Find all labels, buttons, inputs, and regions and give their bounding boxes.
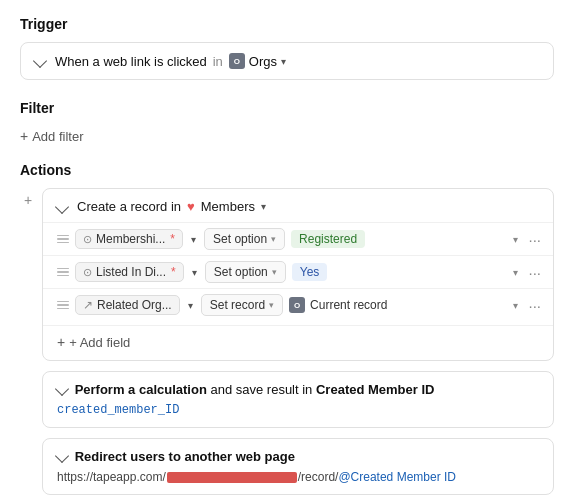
set-option-label-1: Set option: [213, 232, 267, 246]
create-record-prefix: Create a record in: [77, 199, 181, 214]
set-record-button[interactable]: Set record ▾: [201, 294, 283, 316]
row-menu-button-2[interactable]: ···: [524, 263, 545, 282]
add-action-left-button[interactable]: +: [20, 192, 36, 208]
set-option-label-2: Set option: [214, 265, 268, 279]
table-row: ↗ Related Org... ▾ Set record ▾ O Curren…: [43, 288, 553, 321]
caret-icon-2: ▾: [272, 267, 277, 277]
calc-prefix: Perform a calculation and save result in…: [75, 382, 435, 397]
field-chevron-icon-2: ▾: [192, 267, 197, 278]
add-field-row: + + Add field: [43, 325, 553, 360]
trigger-card: When a web link is clicked in O Orgs ▾: [20, 42, 554, 80]
trigger-text: When a web link is clicked: [55, 54, 207, 69]
redirect-action: Redirect users to another web page https…: [42, 438, 554, 495]
row-menu-button-3[interactable]: ···: [524, 296, 545, 315]
action-rows: ⊙ Membershi... * ▾ Set option ▾ Register…: [43, 222, 553, 325]
chevron-down-icon[interactable]: [33, 54, 47, 68]
add-filter-button[interactable]: + Add filter: [20, 126, 84, 146]
field-chevron-icon: ▾: [191, 234, 196, 245]
yes-badge: Yes: [292, 263, 328, 281]
field-chevron-icon-3: ▾: [188, 300, 193, 311]
actions-wrapper: + Create a record in ♥ Members ▾: [20, 188, 554, 500]
add-field-label: + Add field: [69, 335, 130, 350]
calc-chevron-icon[interactable]: [55, 382, 69, 396]
add-field-button[interactable]: + + Add field: [57, 332, 130, 352]
circle-icon: ⊙: [83, 233, 92, 246]
redirect-url: https://tapeapp.com/ /record/@Created Me…: [57, 470, 539, 484]
plus-icon: +: [20, 128, 28, 144]
url-redacted: [167, 472, 297, 483]
org-badge[interactable]: O Orgs ▾: [229, 53, 286, 69]
actions-left: +: [20, 188, 36, 500]
table-row: ⊙ Listed In Di... * ▾ Set option ▾ Yes ▾: [43, 255, 553, 288]
calc-header: Perform a calculation and save result in…: [57, 382, 539, 397]
drag-handle[interactable]: [57, 268, 69, 277]
value-chevron-icon-3: ▾: [513, 300, 518, 311]
current-record-text: Current record: [310, 298, 387, 312]
calculation-action: Perform a calculation and save result in…: [42, 371, 554, 428]
actions-title: Actions: [20, 162, 554, 178]
create-record-header: Create a record in ♥ Members ▾: [43, 189, 553, 222]
create-record-chevron-icon[interactable]: [55, 199, 69, 213]
url-member-id: @Created Member ID: [338, 470, 456, 484]
create-record-table[interactable]: Members: [201, 199, 255, 214]
table-chevron-icon: ▾: [261, 201, 266, 212]
filter-section: Filter + Add filter: [20, 100, 554, 146]
org-icon: O: [229, 53, 245, 69]
row-actions-2: ▾ ···: [513, 263, 545, 282]
redirect-chevron-icon[interactable]: [55, 449, 69, 463]
calc-code[interactable]: created_member_ID: [57, 403, 179, 417]
field-badge-listed[interactable]: ⊙ Listed In Di... *: [75, 262, 184, 282]
field-badge-membership[interactable]: ⊙ Membershi... *: [75, 229, 183, 249]
url-slash: /record/: [298, 470, 339, 484]
trigger-section: Trigger When a web link is clicked in O …: [20, 16, 554, 80]
required-dot-2: *: [171, 265, 176, 279]
org-name: Orgs: [249, 54, 277, 69]
url-start: https://tapeapp.com/: [57, 470, 166, 484]
field-name-membership: Membershi...: [96, 232, 165, 246]
circle-icon-2: ⊙: [83, 266, 92, 279]
create-record-action: Create a record in ♥ Members ▾ ⊙ Member: [42, 188, 554, 361]
actions-list: Create a record in ♥ Members ▾ ⊙ Member: [42, 188, 554, 500]
caret-icon-3: ▾: [269, 300, 274, 310]
set-record-label: Set record: [210, 298, 265, 312]
drag-handle[interactable]: [57, 301, 69, 310]
actions-section: Actions + Create a record in ♥ Members ▾: [20, 162, 554, 500]
drag-handle[interactable]: [57, 235, 69, 244]
plus-icon-2: +: [57, 334, 65, 350]
table-row: ⊙ Membershi... * ▾ Set option ▾ Register…: [43, 222, 553, 255]
row-menu-button-1[interactable]: ···: [524, 230, 545, 249]
set-option-button-2[interactable]: Set option ▾: [205, 261, 286, 283]
heart-icon: ♥: [187, 199, 195, 214]
value-chevron-icon-2: ▾: [513, 267, 518, 278]
field-name-listed: Listed In Di...: [96, 265, 166, 279]
caret-icon: ▾: [271, 234, 276, 244]
current-record-badge: O Current record: [289, 297, 387, 313]
trigger-header: When a web link is clicked in O Orgs ▾: [35, 53, 539, 69]
filter-title: Filter: [20, 100, 554, 116]
value-chevron-icon: ▾: [513, 234, 518, 245]
org-icon-2: O: [289, 297, 305, 313]
add-filter-label: Add filter: [32, 129, 83, 144]
registered-badge: Registered: [291, 230, 365, 248]
trigger-title: Trigger: [20, 16, 554, 32]
field-badge-related-org[interactable]: ↗ Related Org...: [75, 295, 180, 315]
row-actions-3: ▾ ···: [513, 296, 545, 315]
row-actions-1: ▾ ···: [513, 230, 545, 249]
org-chevron-icon: ▾: [281, 56, 286, 67]
redirect-header: Redirect users to another web page: [57, 449, 539, 464]
trigger-in-text: in: [213, 54, 223, 69]
arrow-icon: ↗: [83, 298, 93, 312]
field-name-related-org: Related Org...: [97, 298, 172, 312]
required-dot: *: [170, 232, 175, 246]
set-option-button-1[interactable]: Set option ▾: [204, 228, 285, 250]
redirect-label: Redirect users to another web page: [75, 449, 295, 464]
